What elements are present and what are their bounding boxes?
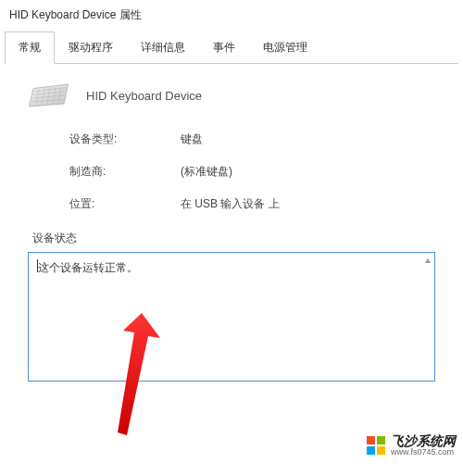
tab-power[interactable]: 电源管理	[249, 31, 321, 64]
watermark-url: www.fs0745.com	[391, 448, 456, 457]
svg-marker-10	[425, 258, 431, 263]
property-row-location: 位置: 在 USB 输入设备 上	[69, 196, 444, 212]
tab-general[interactable]: 常规	[5, 31, 55, 64]
svg-rect-12	[367, 436, 375, 445]
tab-details[interactable]: 详细信息	[127, 31, 199, 64]
property-value-manufacturer: (标准键盘)	[181, 164, 444, 180]
property-table: 设备类型: 键盘 制造商: (标准键盘) 位置: 在 USB 输入设备 上	[19, 132, 444, 212]
status-section: 设备状态 这个设备运转正常。	[19, 231, 444, 382]
tab-bar: 常规 驱动程序 详细信息 事件 电源管理	[5, 31, 458, 64]
watermark-text: 飞沙系统网 www.fs0745.com	[391, 434, 456, 457]
property-row-type: 设备类型: 键盘	[69, 132, 444, 147]
tab-events[interactable]: 事件	[199, 31, 249, 64]
status-textarea[interactable]: 这个设备运转正常。	[28, 252, 435, 382]
device-header: HID Keyboard Device	[19, 78, 444, 132]
tab-content-general: HID Keyboard Device 设备类型: 键盘 制造商: (标准键盘)…	[0, 64, 463, 395]
property-label-type: 设备类型:	[69, 132, 181, 147]
property-label-manufacturer: 制造商:	[69, 164, 181, 180]
property-label-location: 位置:	[69, 196, 181, 212]
svg-rect-15	[377, 446, 385, 455]
status-text: 这个设备运转正常。	[38, 261, 138, 274]
svg-rect-13	[377, 436, 385, 445]
property-value-location: 在 USB 输入设备 上	[181, 196, 444, 212]
status-label: 设备状态	[28, 231, 435, 246]
keyboard-icon	[28, 82, 69, 108]
tab-driver[interactable]: 驱动程序	[55, 31, 127, 64]
scrollbar-up-icon[interactable]	[423, 257, 432, 266]
window-title: HID Keyboard Device 属性	[0, 0, 463, 31]
svg-rect-14	[367, 446, 375, 455]
watermark-logo-icon	[365, 434, 387, 457]
device-name: HID Keyboard Device	[86, 89, 202, 103]
watermark: 飞沙系统网 www.fs0745.com	[365, 434, 456, 457]
text-cursor	[37, 259, 38, 272]
property-row-manufacturer: 制造商: (标准键盘)	[69, 164, 444, 180]
property-value-type: 键盘	[181, 132, 444, 147]
watermark-title: 飞沙系统网	[391, 434, 456, 448]
